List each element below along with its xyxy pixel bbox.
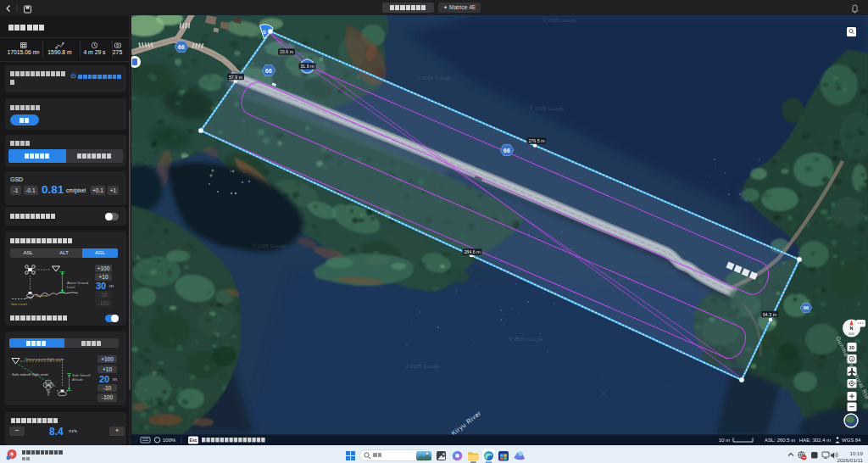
svg-text:Esc: Esc: [190, 438, 198, 443]
svg-text:284.6 m: 284.6 m: [464, 249, 481, 254]
svg-text:23.6 m: 23.6 m: [280, 49, 294, 54]
svg-text:WGS 84: WGS 84: [842, 438, 861, 443]
svg-text:3D: 3D: [849, 345, 855, 350]
svg-text:HAE: 302.4 m: HAE: 302.4 m: [799, 438, 831, 443]
svg-text:N: N: [850, 326, 854, 331]
svg-text:100%: 100%: [163, 438, 176, 443]
svg-text:© 2025 Google: © 2025 Google: [417, 75, 452, 81]
svg-text:66: 66: [178, 44, 185, 50]
svg-text:10:19: 10:19: [850, 450, 864, 456]
svg-text:ASL: 260.5 m: ASL: 260.5 m: [765, 438, 795, 443]
svg-text:31.9 m: 31.9 m: [300, 64, 314, 69]
svg-text:© 2025 Google: © 2025 Google: [405, 364, 440, 369]
svg-text:2026/01/11: 2026/01/11: [837, 457, 863, 463]
svg-text:276.5 m: 276.5 m: [528, 138, 545, 143]
svg-text:© 2025 Google: © 2025 Google: [509, 337, 543, 342]
svg-text:66: 66: [504, 148, 510, 153]
svg-text:64.3 m: 64.3 m: [763, 312, 777, 317]
svg-text:© 2025 Google: © 2025 Google: [542, 18, 577, 23]
svg-text:S: S: [263, 30, 266, 35]
svg-text:© 2025 Google: © 2025 Google: [530, 106, 565, 111]
svg-text:000: 000: [849, 332, 854, 336]
svg-text:10 m: 10 m: [719, 438, 730, 443]
svg-text:66: 66: [804, 305, 810, 310]
svg-text:© 2025 Google: © 2025 Google: [253, 243, 287, 248]
svg-text:66: 66: [265, 68, 272, 74]
svg-text:57.9 m: 57.9 m: [229, 75, 243, 80]
